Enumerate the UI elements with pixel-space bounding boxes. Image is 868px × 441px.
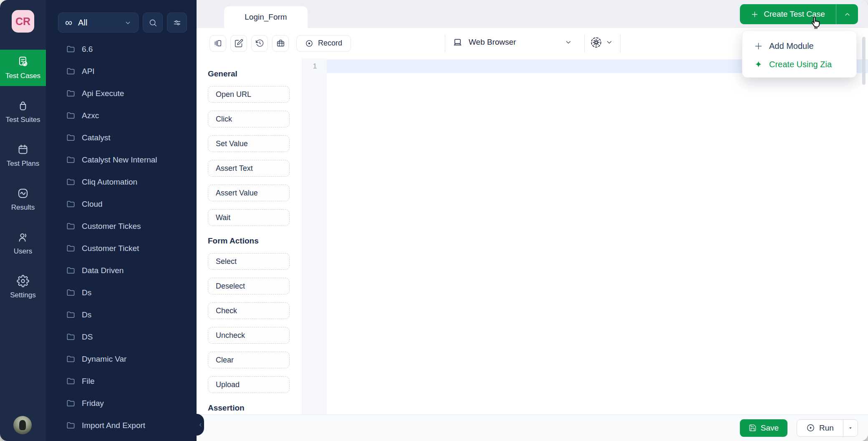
folder-item[interactable]: Dynamic Var — [46, 348, 197, 370]
folder-item[interactable]: Import And Export — [46, 414, 197, 436]
sidebar-item-label: Users — [14, 247, 32, 256]
tab-login-form[interactable]: Login_Form — [224, 6, 308, 28]
action-button[interactable]: Open URL — [208, 86, 290, 103]
history-icon — [255, 39, 264, 48]
results-icon — [17, 187, 29, 200]
toolbar-button[interactable] — [209, 35, 226, 52]
folder-icon — [66, 310, 76, 319]
folder-item[interactable]: Ds — [46, 281, 197, 304]
folder-name: API — [82, 67, 95, 76]
search-button[interactable] — [143, 13, 163, 33]
action-button[interactable]: Clear — [208, 352, 290, 368]
folder-icon — [66, 221, 76, 231]
toolbar-button[interactable] — [272, 35, 289, 52]
folder-item[interactable]: API — [46, 60, 197, 82]
run-split-button: Run — [797, 419, 858, 437]
editor-gutter: 1 — [303, 58, 327, 414]
execution-settings-dropdown[interactable] — [590, 33, 613, 51]
run-button[interactable]: Run — [797, 420, 843, 436]
create-test-case-split: Create Test Case — [740, 4, 858, 24]
user-avatar[interactable] — [13, 416, 32, 434]
record-button[interactable]: Record — [296, 35, 351, 52]
action-button[interactable]: Upload — [208, 376, 290, 393]
chevron-down-icon — [124, 19, 131, 26]
action-button[interactable]: Check — [208, 302, 290, 319]
actions-palette: General Open URL Click Set Value Assert … — [197, 58, 303, 414]
folder-item[interactable]: 6.6 — [46, 38, 197, 60]
org-avatar[interactable]: CR — [12, 10, 34, 33]
folder-icon — [66, 177, 76, 187]
folder-item[interactable]: File — [46, 370, 197, 392]
folder-item[interactable]: DS — [46, 326, 197, 348]
scope-dropdown[interactable]: ∞ All — [58, 13, 139, 33]
action-button[interactable]: Click — [208, 111, 290, 127]
action-button[interactable]: Uncheck — [208, 327, 290, 344]
sidebar-item[interactable]: Users — [0, 225, 46, 261]
folder-name: Catalyst New Internal — [82, 155, 157, 165]
folder-item[interactable]: Api Execute — [46, 82, 197, 104]
environment-dropdown[interactable]: Web Browser — [453, 33, 572, 51]
sidebar-item[interactable]: Results — [0, 181, 46, 218]
code-editor[interactable] — [327, 58, 868, 414]
laptop-icon — [453, 38, 462, 47]
folder-item[interactable]: Azxc — [46, 104, 197, 127]
folder-item[interactable]: Cliq Automation — [46, 171, 197, 193]
explorer-controls: ∞ All — [58, 13, 187, 33]
filter-icon — [173, 18, 182, 27]
folder-name: 6.6 — [82, 45, 93, 54]
folder-name: Import And Export — [82, 421, 145, 430]
create-dropdown-menu: Add Module Create Using Zia — [742, 30, 857, 78]
folder-item[interactable]: Data Driven — [46, 259, 197, 281]
folder-item[interactable]: Catalyst — [46, 127, 197, 149]
folder-item[interactable]: Cloud — [46, 193, 197, 215]
create-menu-toggle[interactable] — [836, 4, 858, 24]
create-test-case-button[interactable]: Create Test Case — [740, 4, 836, 24]
screen: CR Test Cases Test Suites Tes — [0, 0, 868, 441]
action-button[interactable]: Assert Text — [208, 160, 290, 177]
folder-item[interactable]: Friday — [46, 392, 197, 414]
action-button[interactable]: Select — [208, 253, 290, 270]
sidebar-item-label: Results — [11, 203, 35, 212]
folder-name: Catalyst — [82, 133, 111, 142]
folder-name: Cloud — [82, 200, 103, 209]
edit-icon — [235, 39, 243, 48]
action-button[interactable]: Set Value — [208, 135, 290, 152]
section-title-general: General — [208, 69, 302, 79]
folder-item[interactable]: Customer Tickes — [46, 215, 197, 237]
folder-item[interactable]: Catalyst New Internal — [46, 149, 197, 171]
folder-icon — [66, 44, 76, 54]
folder-name: Ds — [82, 288, 91, 297]
folder-item[interactable]: Customer Ticket — [46, 237, 197, 259]
sidebar-item[interactable]: Test Suites — [0, 94, 46, 130]
sidebar-item[interactable]: Test Cases — [0, 50, 46, 86]
menu-item-create-using-zia[interactable]: Create Using Zia — [742, 55, 856, 74]
test-suites-icon — [17, 99, 29, 112]
action-button[interactable]: Assert Value — [208, 185, 290, 201]
sidebar-item-label: Test Plans — [7, 160, 39, 168]
scope-dropdown-value: All — [78, 18, 87, 28]
folder-icon — [66, 288, 76, 297]
action-button[interactable]: Deselect — [208, 278, 290, 294]
folder-name: Friday — [82, 399, 104, 408]
folder-name: Data Driven — [82, 266, 124, 275]
gear-icon — [590, 37, 602, 48]
sidebar-item[interactable]: Settings — [0, 269, 46, 305]
filter-button[interactable] — [167, 13, 187, 33]
panel-view-icon — [214, 39, 222, 48]
save-icon — [749, 424, 757, 432]
test-cases-icon — [17, 56, 29, 68]
action-button[interactable]: Wait — [208, 209, 290, 226]
menu-item-add-module[interactable]: Add Module — [742, 37, 856, 55]
folder-item[interactable]: Ds — [46, 304, 197, 326]
sidebar-item[interactable]: Test Plans — [0, 137, 46, 174]
chevron-up-icon — [843, 10, 851, 18]
run-options-caret[interactable] — [843, 420, 858, 436]
save-button[interactable]: Save — [740, 419, 787, 437]
folder-name: Customer Tickes — [82, 222, 141, 231]
folder-icon — [66, 376, 76, 386]
sidebar-item-label: Test Suites — [5, 116, 40, 124]
sparkle-icon — [754, 60, 763, 69]
editor-scrollbar[interactable] — [862, 37, 865, 85]
toolbar-button[interactable] — [230, 35, 247, 52]
toolbar-button[interactable] — [251, 35, 268, 52]
